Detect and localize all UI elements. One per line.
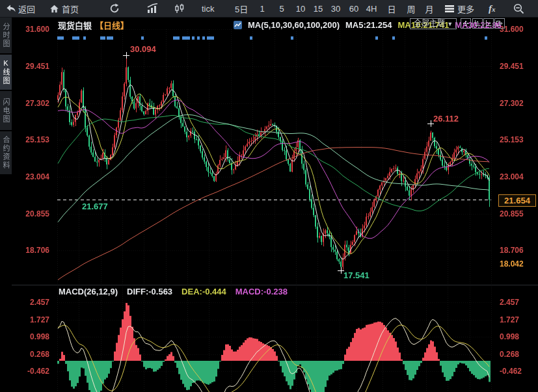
macd-dea-value: DEA:-0.444: [182, 287, 226, 296]
refresh-icon: [109, 3, 120, 14]
scale-y-icon: [474, 20, 481, 27]
annotation-low: 17.541: [343, 271, 370, 280]
macd-diff-value: DIFF:-0.563: [127, 287, 172, 296]
back-label: 返回: [18, 3, 35, 15]
y-axis-label: 25.153: [20, 135, 49, 144]
y-axis-label: 25.153: [500, 135, 524, 144]
scale-y-button[interactable]: [472, 18, 483, 29]
y-axis-label: 23.004: [500, 172, 524, 181]
ma-settings-label[interactable]: MA(5,10,30,60,100,200): [248, 20, 340, 30]
y-axis-label: 20.855: [20, 209, 49, 218]
crosshair-move-icon: [463, 20, 469, 27]
crosshair-move-button[interactable]: [461, 18, 471, 29]
y-axis-label: 0.268: [20, 350, 49, 359]
annotation-high: 30.094: [130, 45, 156, 54]
back-icon: [5, 3, 16, 14]
tick-label: tick: [202, 4, 215, 14]
y-axis-label: 18.706: [500, 246, 524, 255]
indicator-icon[interactable]: [234, 21, 242, 29]
home-icon: [49, 4, 59, 14]
tab-period-4H[interactable]: 4H: [366, 0, 377, 17]
annotation-ref-price: 21.677: [82, 202, 108, 211]
y-axis-label: 27.302: [20, 99, 49, 108]
tab-period-5[interactable]: 5: [279, 0, 284, 17]
tab-5day[interactable]: 5日: [235, 0, 248, 17]
y-axis-label: 23.004: [20, 172, 49, 181]
tab-tick[interactable]: tick: [202, 0, 215, 17]
fx-indicator-button[interactable]: fx: [489, 0, 496, 17]
zoom-out-icon: [513, 3, 524, 14]
line-chart-button[interactable]: [147, 0, 159, 17]
y-axis-label: 0.998: [20, 332, 49, 341]
ma5-value: MA5:21.254: [345, 20, 392, 30]
scale-x-icon: [485, 20, 492, 27]
y-axis-label: -0.462: [500, 367, 522, 376]
sidebar-tab-4[interactable]: 合约资料: [0, 131, 12, 174]
macd-macd-value: MACD:-0.238: [235, 287, 288, 296]
y-axis-label: 2.457: [20, 298, 49, 307]
y-axis-label: 29.451: [500, 62, 524, 71]
tab-period-30[interactable]: 30: [331, 0, 340, 17]
sidebar-tab-3[interactable]: 闪电图: [0, 91, 12, 130]
y-axis-label: -0.462: [20, 367, 49, 376]
y-axis-label: 1.727: [20, 315, 49, 324]
tab-period-10[interactable]: 10: [296, 0, 305, 17]
y-axis-label: 0.268: [500, 350, 519, 359]
y-axis-label: 0.998: [500, 332, 519, 341]
y-axis-label: 2.457: [500, 298, 519, 307]
day5-label: 5日: [235, 3, 248, 15]
period-tag: 【日线】: [95, 19, 129, 31]
more-button[interactable]: 更多: [445, 0, 474, 17]
tab-period-60[interactable]: 60: [349, 0, 358, 17]
sidebar-tab-2[interactable]: K线图: [0, 55, 12, 90]
y-axis-label: 20.855: [500, 209, 524, 218]
chevron-down-icon: ▼: [447, 21, 453, 27]
toolbar: 返回 首页 tick 5日 15101530604H日周月: [0, 0, 538, 18]
y-axis-label: 31.600: [20, 25, 49, 34]
fx-icon: fx: [489, 3, 496, 14]
macd-title[interactable]: MACD(26,12,9): [59, 287, 118, 296]
candle-chart-button[interactable]: [174, 0, 185, 17]
tab-period-日[interactable]: 日: [387, 0, 396, 17]
tab-period-1[interactable]: 1: [260, 0, 264, 17]
macd-header: MACD(26,12,9) DIFF:-0.563 DEA:-0.444 MAC…: [59, 287, 288, 296]
y-axis-label: 27.302: [500, 99, 524, 108]
sidebar: 分时图K线图闪电图合约资料: [0, 17, 12, 176]
back-button[interactable]: 返回: [5, 0, 35, 17]
home-label: 首页: [62, 3, 79, 15]
menu-icon: [445, 5, 455, 13]
price-chart-canvas[interactable]: [0, 0, 538, 392]
y-axis-label: 29.451: [20, 62, 49, 71]
refresh-button[interactable]: [109, 0, 120, 17]
more-label: 更多: [457, 3, 474, 15]
pane-expand-icon: [496, 20, 503, 27]
lowest-price-label: 18.042: [500, 259, 524, 268]
bar-chart-icon: [147, 3, 159, 14]
zoom-out-button[interactable]: [513, 0, 524, 17]
sidebar-tab-1[interactable]: 分时图: [0, 17, 12, 53]
y-axis-label: 18.706: [20, 246, 49, 255]
theme-dropdown-label: 全部主题: [414, 19, 445, 28]
y-axis-label: 1.727: [500, 315, 519, 324]
home-button[interactable]: 首页: [49, 0, 79, 17]
scale-x-button[interactable]: [483, 18, 494, 29]
tab-period-15[interactable]: 15: [314, 0, 323, 17]
pane-divider: [12, 285, 538, 285]
tab-period-周[interactable]: 周: [407, 0, 415, 17]
candlestick-icon: [174, 3, 185, 14]
pane-expand-button[interactable]: [494, 18, 505, 29]
theme-dropdown[interactable]: 全部主题 ▼: [410, 18, 457, 29]
annotation-swing-high: 26.112: [433, 114, 459, 124]
symbol-name: 现货白银: [58, 19, 92, 31]
current-price-box: 21.654: [498, 194, 536, 207]
tab-period-月[interactable]: 月: [425, 0, 433, 17]
